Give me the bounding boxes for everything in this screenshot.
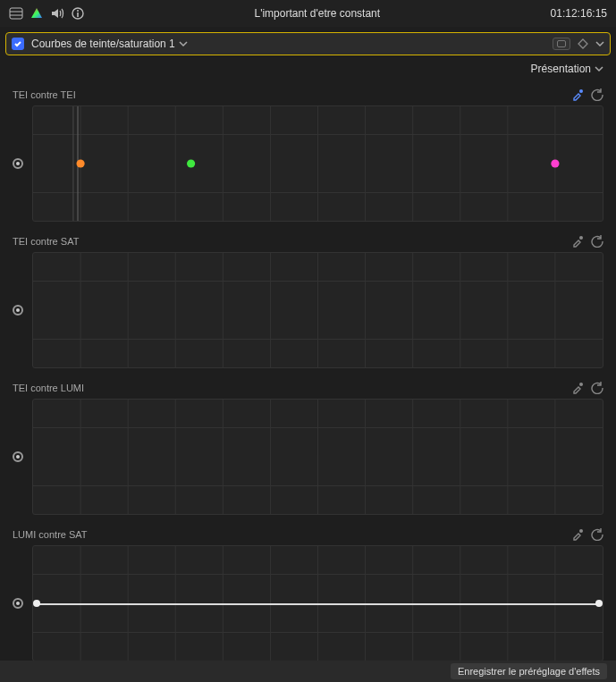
curve-hue-sat[interactable] [32, 252, 603, 368]
color-inspector-icon[interactable] [30, 7, 43, 20]
footer-bar: Enregistrer le préréglage d'effets [0, 661, 616, 682]
section-luma-sat: LUMI contre SAT [0, 520, 616, 667]
svg-point-8 [579, 89, 583, 93]
chevron-down-icon [179, 39, 188, 48]
curve-point-end[interactable] [595, 600, 603, 607]
section-hue-luma: TEI contre LUMI [0, 374, 616, 520]
section-label: LUMI contre SAT [13, 529, 88, 540]
svg-point-5 [77, 10, 79, 12]
curve-point[interactable] [551, 160, 559, 168]
inspector-header: L'important d'etre constant 01:12:16:15 [0, 0, 616, 27]
eyedropper-button[interactable] [571, 235, 584, 248]
reset-button[interactable] [591, 235, 603, 248]
chevron-down-icon [595, 64, 603, 73]
eyedropper-button[interactable] [571, 528, 584, 541]
section-label: TEI contre TEI [13, 89, 76, 100]
svg-rect-6 [77, 13, 79, 17]
luma-curve-line[interactable] [37, 603, 599, 605]
reset-button[interactable] [591, 88, 603, 101]
keyframe-button[interactable] [578, 38, 588, 49]
section-select-radio[interactable] [13, 451, 23, 462]
save-effects-preset-button[interactable]: Enregistrer le préréglage d'effets [451, 663, 607, 679]
curve-point[interactable] [187, 160, 195, 168]
effect-name-dropdown[interactable]: Courbes de teinte/saturation 1 [31, 38, 188, 50]
video-inspector-icon[interactable] [9, 7, 23, 20]
curve-sections: TEI contre TEI [0, 80, 616, 667]
section-select-radio[interactable] [13, 305, 23, 316]
section-select-radio[interactable] [13, 598, 23, 609]
svg-marker-7 [578, 39, 587, 48]
timecode: 01:12:16:15 [551, 7, 607, 20]
audio-inspector-icon[interactable] [50, 7, 64, 20]
svg-point-55 [579, 529, 583, 533]
svg-point-25 [579, 236, 583, 240]
effect-row[interactable]: Courbes de teinte/saturation 1 [5, 32, 611, 55]
eyedropper-button[interactable] [571, 382, 584, 394]
curve-point-start[interactable] [33, 600, 40, 607]
curve-hue-hue[interactable] [32, 105, 603, 222]
reset-button[interactable] [591, 528, 603, 541]
mask-button[interactable] [553, 38, 570, 50]
reset-button[interactable] [591, 382, 603, 394]
clip-title: L'important d'etre constant [91, 7, 544, 20]
svg-rect-0 [10, 8, 22, 19]
section-label: TEI contre SAT [13, 236, 79, 247]
effect-enabled-checkbox[interactable] [12, 38, 24, 50]
section-hue-sat: TEI contre SAT [0, 227, 616, 374]
section-select-radio[interactable] [13, 158, 23, 169]
eyedropper-button[interactable] [571, 88, 584, 101]
curve-hue-luma[interactable] [32, 399, 603, 515]
section-hue-hue: TEI contre TEI [0, 80, 616, 227]
presentation-dropdown[interactable]: Présentation [0, 55, 616, 80]
curve-luma-sat[interactable] [32, 545, 603, 661]
effect-menu-chevron[interactable] [595, 39, 604, 48]
curve-point[interactable] [76, 160, 84, 168]
presentation-label: Présentation [531, 63, 591, 75]
section-label: TEI contre LUMI [13, 383, 84, 393]
effect-name-label: Courbes de teinte/saturation 1 [31, 38, 175, 50]
svg-point-40 [579, 383, 583, 386]
svg-marker-3 [31, 8, 42, 18]
info-inspector-icon[interactable] [72, 7, 84, 20]
